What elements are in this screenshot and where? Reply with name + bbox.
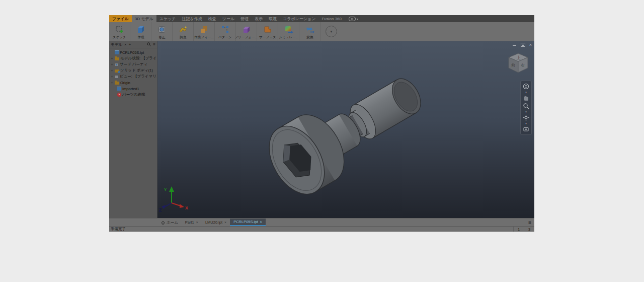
tree-item-solid-bodies[interactable]: + ソリッド ボディ(1) <box>110 67 157 74</box>
browser-tree: PCRLP05S.ipt + モデル状態: 【プライマリ】 + サード パーティ… <box>109 48 157 98</box>
tab-part1[interactable]: Part1 × <box>182 219 202 226</box>
svg-text:前: 前 <box>511 63 515 67</box>
third-party-icon <box>115 63 119 66</box>
menu-tab-manage[interactable]: 管理 <box>237 15 252 22</box>
close-icon[interactable]: × <box>260 220 262 224</box>
desktop: ファイル 3D モデル スケッチ 注記を作成 検査 ツール 管理 表示 環境 コ… <box>0 0 644 282</box>
ribbon-button-modify[interactable]: 修正 <box>151 22 173 41</box>
tab-pcrlp05s[interactable]: PCRLP05S.ipt × <box>230 219 265 226</box>
menu-tab-collaborate[interactable]: コラボレーション <box>280 15 318 22</box>
tree-item-document[interactable]: PCRLP05S.ipt <box>110 49 157 55</box>
menu-tab-view[interactable]: 表示 <box>252 15 266 22</box>
viewport-window-controls: × <box>513 42 532 47</box>
browser-panel-header: モデル × + ≡ <box>109 41 157 48</box>
solid-bodies-folder-icon <box>115 69 119 73</box>
inventor-window: ファイル 3D モデル スケッチ 注記を作成 検査 ツール 管理 表示 環境 コ… <box>109 15 534 232</box>
viewcube[interactable]: 上 前 右 <box>506 51 530 76</box>
look-at-icon[interactable] <box>523 126 529 132</box>
part-document-icon <box>115 50 119 54</box>
sketch-icon <box>115 24 124 35</box>
ribbon-pill-icon <box>349 17 356 21</box>
pan-hand-icon[interactable] <box>523 95 529 101</box>
ribbon-expand-button[interactable]: ▼ <box>326 26 337 37</box>
browser-tab-model[interactable]: モデル <box>111 42 122 47</box>
chevron-down-icon[interactable]: ▾ <box>525 91 527 93</box>
ribbon-button-work-features[interactable]: 作業フィー... <box>194 22 215 41</box>
browser-menu-icon[interactable]: ≡ <box>153 43 155 47</box>
work-features-icon <box>199 24 209 35</box>
tree-item-model-states[interactable]: + モデル状態: 【プライマリ】 <box>110 55 157 61</box>
ribbon-button-create[interactable]: 作成 <box>130 22 151 41</box>
convert-icon <box>305 24 315 35</box>
view-icon <box>115 75 119 79</box>
freeform-icon <box>242 24 251 35</box>
imported-body-icon <box>117 87 121 91</box>
folder-icon <box>115 82 119 85</box>
status-cell-2: 3 <box>524 227 534 232</box>
orbit-icon[interactable] <box>523 114 529 121</box>
add-tab-icon[interactable]: + <box>129 43 131 47</box>
simulation-icon <box>284 24 294 35</box>
tree-item-third-party[interactable]: + サード パーティ <box>110 61 157 67</box>
app-body: モデル × + ≡ PCRLP05S.ipt + モデル状態: 【プ <box>109 41 534 218</box>
tree-item-imported[interactable]: Imported1 <box>110 86 157 92</box>
ribbon-button-convert[interactable]: 変換 <box>299 22 320 41</box>
menu-tab-tools[interactable]: ツール <box>219 15 237 22</box>
close-icon[interactable]: × <box>529 42 532 47</box>
navigation-wheel-icon[interactable] <box>523 83 529 90</box>
ribbon-button-sketch[interactable]: スケッチ <box>109 22 130 41</box>
menu-tab-fusion360[interactable]: Fusion 360 <box>318 15 345 22</box>
tab-list-menu-icon[interactable]: ≡ <box>525 219 534 226</box>
pattern-icon <box>220 24 230 35</box>
tree-item-origin[interactable]: + Origin <box>110 80 157 86</box>
create-icon <box>136 24 145 35</box>
viewport-3d[interactable]: Y Z X × 上 前 <box>157 41 534 218</box>
surface-icon <box>263 24 272 35</box>
modify-icon <box>157 24 167 35</box>
browser-panel: モデル × + ≡ PCRLP05S.ipt + モデル状態: 【プ <box>109 41 157 218</box>
origin-triad: Y Z X <box>159 186 188 213</box>
close-icon[interactable]: × <box>224 221 226 224</box>
menu-bar: ファイル 3D モデル スケッチ 注記を作成 検査 ツール 管理 表示 環境 コ… <box>109 15 534 22</box>
chevron-down-icon[interactable]: ▾ <box>525 122 527 124</box>
ribbon-display-toggle-icon[interactable]: ▾ <box>349 15 358 22</box>
ribbon: スケッチ 作成 修正 調査 作業フィー... <box>109 22 534 41</box>
zoom-icon[interactable] <box>523 103 529 109</box>
status-cell-1: 1 <box>513 227 524 232</box>
menu-tab-3d-model[interactable]: 3D モデル <box>132 15 156 22</box>
tree-item-end-of-part[interactable]: パーツの終端 <box>110 92 157 98</box>
end-of-part-icon <box>117 93 121 97</box>
ribbon-button-pattern[interactable]: パターン <box>215 22 236 41</box>
document-tab-bar: ホーム Part1 × LMU20.ipt × PCRLP05S.ipt × ≡ <box>109 218 534 226</box>
svg-text:Y: Y <box>164 187 167 192</box>
restore-icon[interactable] <box>521 43 525 47</box>
ribbon-button-inspect[interactable]: 調査 <box>173 22 194 41</box>
status-text: 準備完了 <box>109 227 126 232</box>
chevron-down-icon: ▾ <box>357 17 358 21</box>
status-bar: 準備完了 1 3 <box>109 226 534 232</box>
ribbon-button-surface[interactable]: サーフェス <box>257 22 278 41</box>
menu-tab-sketch[interactable]: スケッチ <box>156 15 179 22</box>
ribbon-button-freeform[interactable]: フリーフォー... <box>236 22 257 41</box>
folder-icon <box>115 57 119 60</box>
home-icon <box>161 221 165 225</box>
close-icon[interactable]: × <box>124 43 127 47</box>
menu-tab-inspect[interactable]: 検査 <box>205 15 219 22</box>
menu-tab-file[interactable]: ファイル <box>109 15 132 22</box>
svg-text:右: 右 <box>521 63 525 67</box>
search-icon[interactable] <box>147 42 151 47</box>
close-icon[interactable]: × <box>196 221 198 224</box>
inspect-icon <box>178 24 188 35</box>
svg-text:Z: Z <box>159 207 162 213</box>
menu-tab-annotate[interactable]: 注記を作成 <box>179 15 205 22</box>
chevron-down-icon[interactable]: ▾ <box>525 111 527 113</box>
minimize-icon[interactable] <box>513 43 517 47</box>
tab-home[interactable]: ホーム <box>157 219 182 226</box>
tab-lmu20[interactable]: LMU20.ipt × <box>202 219 230 226</box>
menu-tab-environments[interactable]: 環境 <box>266 15 280 22</box>
svg-text:X: X <box>185 205 188 210</box>
tree-item-view[interactable]: + ビュー: 【プライマリ】 <box>110 74 157 80</box>
ribbon-button-simulation[interactable]: シミュレー... <box>278 22 299 41</box>
svg-text:上: 上 <box>516 55 521 60</box>
part-model-shoulder-screw[interactable]: Y Z X <box>157 41 534 218</box>
